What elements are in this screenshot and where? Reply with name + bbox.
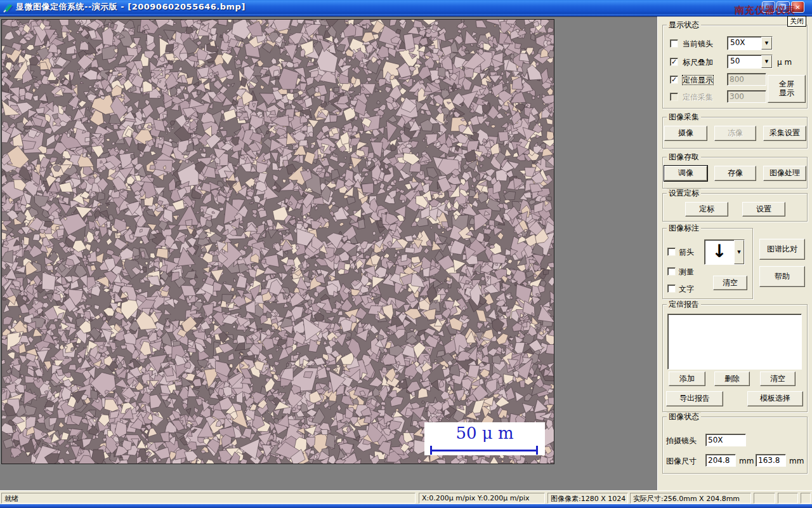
label-scale-overlay: 标尺叠加 (683, 58, 713, 67)
annotation-arrow-icon: ↓ (705, 240, 734, 264)
label-arrow: 箭头 (679, 248, 694, 257)
checkbox-fixed-display[interactable]: ✓ (670, 76, 678, 84)
scalebar-overlay: 50 μ m (424, 422, 545, 455)
window-title: 显微图像定倍系统--演示版 - [20090602055646.bmp] (16, 1, 246, 13)
report-delete-button[interactable]: 删除 (714, 371, 750, 386)
application-window: 显微图像定倍系统--演示版 - [20090602055646.bmp] _ ❐… (0, 0, 812, 508)
checkbox-scale-overlay[interactable]: ✓ (670, 58, 678, 66)
checkbox-fixed-capture (670, 93, 678, 101)
arrow-style-combo[interactable]: ↓ ▼ (704, 239, 745, 265)
restore-icon: ❐ (780, 4, 786, 11)
chevron-down-icon[interactable]: ▼ (734, 240, 744, 264)
input-fixed-capture (727, 90, 766, 103)
combo-scale-value-text: 50 (728, 55, 761, 68)
group-report-title: 定倍报告 (667, 300, 701, 309)
freeze-button: 冻像 (714, 126, 756, 141)
app-icon (3, 3, 13, 13)
label-width-unit: mm (739, 457, 754, 465)
group-capture: 图像采集 摄像 冻像 采集设置 (662, 117, 808, 149)
scalebar-tick-left (430, 446, 432, 455)
scalebar-label: 50 μ m (424, 424, 545, 443)
window-controls: _ ❐ ✕ (762, 1, 804, 13)
report-add-button[interactable]: 添加 (669, 371, 705, 386)
group-display-status-title: 显示状态 (667, 20, 701, 29)
fullscreen-button-line2: 显示 (768, 89, 805, 98)
shoot-button[interactable]: 摄像 (664, 126, 707, 141)
label-image-size: 图像尺寸 (666, 457, 697, 465)
label-current-lens: 当前镜头 (683, 39, 713, 48)
input-image-height[interactable] (756, 454, 786, 467)
control-panel: 显示状态 当前镜头 50X ▼ ✓ 标尺叠加 50 ▼ μ m ✓ 定倍显示 (657, 17, 812, 490)
load-image-button[interactable]: 调像 (664, 166, 707, 181)
label-text: 文字 (679, 284, 694, 293)
fullscreen-button[interactable]: 全屏 显示 (768, 75, 806, 103)
close-icon: ✕ (795, 4, 800, 11)
help-button[interactable]: 帮助 (759, 266, 805, 287)
capture-settings-button[interactable]: 采集设置 (763, 126, 806, 141)
close-tooltip: 关闭 (787, 16, 806, 27)
combo-scale-value[interactable]: 50 ▼ (727, 55, 773, 69)
status-bar: 就绪 X:0.200μ m/pix Y:0.200μ m/pix 图像像素:12… (0, 490, 812, 504)
combo-current-lens[interactable]: 50X ▼ (727, 36, 773, 50)
group-calibration-title: 设置定标 (667, 189, 701, 197)
report-template-button[interactable]: 模板选择 (747, 391, 803, 406)
title-bar: 显微图像定倍系统--演示版 - [20090602055646.bmp] _ ❐… (0, 0, 812, 14)
window-bottom-border (0, 504, 812, 508)
group-report: 定倍报告 添加 删除 清空 导出报告 模板选择 (662, 304, 808, 412)
status-spare-1 (754, 493, 775, 504)
input-shoot-lens[interactable] (705, 434, 746, 446)
input-fixed-display (727, 73, 766, 86)
calibration-setup-button[interactable]: 设置 (742, 202, 785, 217)
group-storage-title: 图像存取 (667, 152, 701, 161)
checkbox-measure[interactable] (667, 267, 676, 276)
label-shoot-lens: 拍摄镜头 (666, 436, 697, 445)
annotation-clear-button[interactable]: 清空 (713, 276, 747, 290)
restore-button[interactable]: ❐ (776, 1, 790, 13)
group-capture-title: 图像采集 (667, 112, 701, 121)
label-fixed-display: 定倍显示 (683, 76, 713, 84)
calibrate-button[interactable]: 定标 (685, 202, 728, 217)
image-viewer: 50 μ m (0, 17, 657, 490)
save-image-button[interactable]: 存像 (714, 166, 756, 181)
status-ready: 就绪 (1, 493, 416, 504)
label-height-unit: mm (789, 457, 804, 465)
group-image-status: 图像状态 拍摄镜头 图像尺寸 mm mm (662, 417, 808, 474)
report-clear-button[interactable]: 清空 (760, 371, 796, 386)
combo-current-lens-value: 50X (728, 37, 761, 50)
scalebar-tick-right (536, 446, 538, 455)
fullscreen-button-line1: 全屏 (768, 80, 805, 89)
status-spare-2 (778, 493, 798, 504)
report-export-button[interactable]: 导出报告 (666, 391, 723, 406)
client-area: 50 μ m 显示状态 当前镜头 50X ▼ ✓ (0, 17, 812, 490)
group-image-status-title: 图像状态 (667, 412, 701, 421)
label-fixed-capture: 定倍采集 (683, 93, 713, 102)
chevron-down-icon[interactable]: ▼ (761, 37, 772, 50)
status-pixels: 图像像素:1280 X 1024 (547, 493, 628, 504)
status-spare-3 (801, 493, 811, 504)
status-actual-size: 实际尺寸:256.0mm X 204.8mm (630, 493, 751, 504)
close-button[interactable]: ✕ (791, 1, 804, 13)
group-storage: 图像存取 调像 存像 图像处理 (662, 157, 808, 189)
scalebar-line (430, 450, 538, 451)
group-annotation-title: 图像标注 (667, 224, 701, 232)
atlas-compare-button[interactable]: 图谱比对 (759, 239, 805, 260)
group-annotation: 图像标注 箭头 ↓ ▼ 测量 文字 清空 (662, 228, 753, 299)
group-calibration: 设置定标 定标 设置 (662, 193, 808, 222)
group-display-status: 显示状态 当前镜头 50X ▼ ✓ 标尺叠加 50 ▼ μ m ✓ 定倍显示 (662, 25, 808, 109)
input-image-width[interactable] (705, 454, 736, 467)
checkbox-arrow[interactable] (667, 248, 676, 256)
label-scale-unit: μ m (777, 58, 792, 67)
report-listbox[interactable] (667, 314, 802, 370)
micrograph-frame: 50 μ m (1, 19, 554, 464)
checkbox-current-lens[interactable] (670, 39, 678, 48)
chevron-down-icon[interactable]: ▼ (761, 55, 772, 68)
label-measure: 测量 (679, 267, 694, 276)
status-resolution: X:0.200μ m/pix Y:0.200μ m/pix (419, 493, 545, 504)
checkbox-text[interactable] (667, 284, 676, 293)
micrograph-image[interactable] (2, 20, 554, 464)
minimize-icon: _ (767, 6, 770, 13)
minimize-button[interactable]: _ (762, 1, 775, 13)
image-process-button[interactable]: 图像处理 (763, 166, 806, 181)
